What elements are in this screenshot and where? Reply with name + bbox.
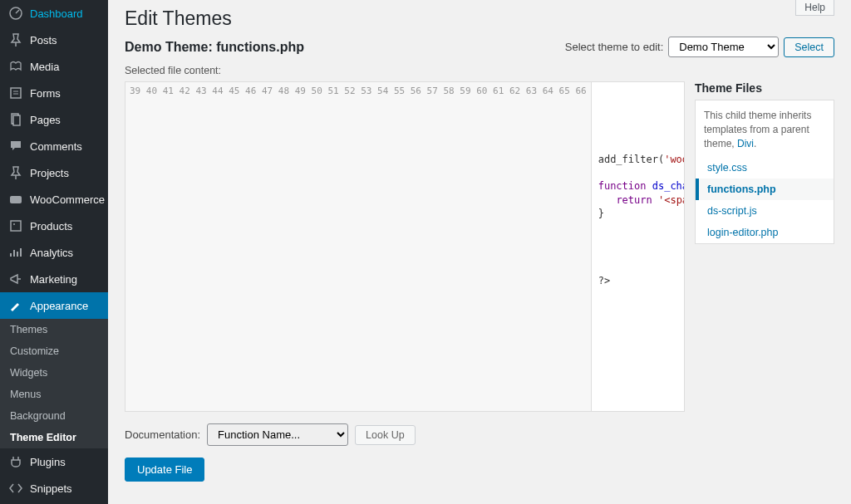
sidebar-item-posts[interactable]: Posts <box>0 27 108 53</box>
select-theme-label: Select theme to edit: <box>565 41 664 53</box>
sidebar-sub-widgets[interactable]: Widgets <box>0 362 108 384</box>
sidebar-item-label: Forms <box>30 87 61 100</box>
pin-icon <box>8 165 23 180</box>
sidebar-item-media[interactable]: Media <box>0 53 108 80</box>
file-item-functions-php[interactable]: functions.php <box>696 179 834 200</box>
file-item-ds-script-js[interactable]: ds-script.js <box>696 200 834 222</box>
svg-rect-3 <box>13 115 20 125</box>
sidebar-sub-background[interactable]: Background <box>0 405 108 427</box>
pages-icon <box>8 112 23 127</box>
svg-rect-4 <box>10 196 22 203</box>
sidebar-sub-customize[interactable]: Customize <box>0 340 108 362</box>
sidebar-item-label: Products <box>30 220 72 232</box>
sidebar-item-plugins[interactable]: Plugins <box>0 448 108 475</box>
sidebar-item-label: Marketing <box>30 273 77 286</box>
theme-files-panel: Theme Files This child theme inherits te… <box>695 81 834 244</box>
sidebar-item-dashboard[interactable]: Dashboard <box>0 0 108 27</box>
sidebar-item-projects[interactable]: Projects <box>0 159 108 186</box>
sidebar-item-label: Projects <box>30 167 69 179</box>
selected-file-label: Selected file content: <box>125 65 834 76</box>
snippets-icon <box>8 481 23 496</box>
dashboard-icon <box>8 6 23 21</box>
woo-icon <box>8 192 23 207</box>
sidebar-item-label: Appearance <box>30 300 88 312</box>
products-icon <box>8 218 23 233</box>
sidebar-sub-theme-editor[interactable]: Theme Editor <box>0 427 108 448</box>
page-title: Edit Themes <box>125 0 834 33</box>
documentation-label: Documentation: <box>125 428 200 441</box>
parent-theme-notice: This child theme inherits templates from… <box>696 100 834 157</box>
sidebar-item-products[interactable]: Products <box>0 213 108 239</box>
sidebar-item-comments[interactable]: Comments <box>0 133 108 159</box>
lookup-button[interactable]: Look Up <box>355 425 416 445</box>
sidebar-sub-themes[interactable]: Themes <box>0 319 108 340</box>
sidebar-item-analytics[interactable]: Analytics <box>0 239 108 266</box>
sidebar-item-label: Media <box>30 61 59 73</box>
sidebar-item-forms[interactable]: Forms <box>0 80 108 106</box>
sidebar-item-pages[interactable]: Pages <box>0 106 108 133</box>
svg-rect-5 <box>11 221 21 231</box>
plugins-icon <box>8 454 23 469</box>
svg-point-6 <box>13 223 15 225</box>
sidebar-item-label: Comments <box>30 140 82 153</box>
sidebar-item-appearance[interactable]: Appearance <box>0 292 108 319</box>
theme-select-row: Select theme to edit: Demo Theme Select <box>565 37 834 57</box>
code-content[interactable]: add_filter('woocommerce_sale_flash', 'ds… <box>592 82 684 411</box>
theme-files-heading: Theme Files <box>695 81 834 95</box>
update-file-button[interactable]: Update File <box>125 458 204 482</box>
analytics-icon <box>8 245 23 260</box>
sidebar-item-snippets[interactable]: Snippets <box>0 475 108 502</box>
theme-select[interactable]: Demo Theme <box>668 37 779 57</box>
line-number-gutter: 39 40 41 42 43 44 45 46 47 48 49 50 51 5… <box>125 82 592 411</box>
forms-icon <box>8 86 23 100</box>
pin-icon <box>8 32 23 47</box>
sidebar-item-woocommerce[interactable]: WooCommerce <box>0 186 108 213</box>
sidebar-item-label: Dashboard <box>30 7 83 20</box>
comments-icon <box>8 139 23 154</box>
appearance-icon <box>8 298 23 313</box>
parent-theme-link[interactable]: Divi <box>737 138 754 149</box>
sidebar-item-label: Pages <box>30 114 61 126</box>
media-icon <box>8 59 23 74</box>
file-item-style-css[interactable]: style.css <box>696 157 834 179</box>
sidebar-sub-menus[interactable]: Menus <box>0 384 108 405</box>
sidebar-item-label: WooCommerce <box>30 193 105 206</box>
sidebar-item-label: Posts <box>30 34 57 46</box>
file-list: style.cssfunctions.phpds-script.jslogin-… <box>696 157 834 243</box>
main-content: Help Edit Themes Demo Theme: functions.p… <box>108 0 851 504</box>
file-item-login-editor-php[interactable]: login-editor.php <box>696 222 834 243</box>
help-button[interactable]: Help <box>795 0 834 16</box>
marketing-icon <box>8 272 23 286</box>
code-editor[interactable]: 39 40 41 42 43 44 45 46 47 48 49 50 51 5… <box>125 81 685 412</box>
sidebar-item-label: Snippets <box>30 482 72 495</box>
sidebar-item-label: Analytics <box>30 247 73 259</box>
select-theme-button[interactable]: Select <box>784 37 834 57</box>
sidebar-item-marketing[interactable]: Marketing <box>0 266 108 292</box>
documentation-row: Documentation: Function Name... Look Up <box>125 423 834 446</box>
svg-rect-1 <box>11 88 21 98</box>
sidebar-submenu: ThemesCustomizeWidgetsMenusBackgroundThe… <box>0 319 108 448</box>
documentation-select[interactable]: Function Name... <box>207 423 348 446</box>
admin-sidebar: DashboardPostsMediaFormsPagesCommentsPro… <box>0 0 108 504</box>
sidebar-item-label: Plugins <box>30 456 66 468</box>
